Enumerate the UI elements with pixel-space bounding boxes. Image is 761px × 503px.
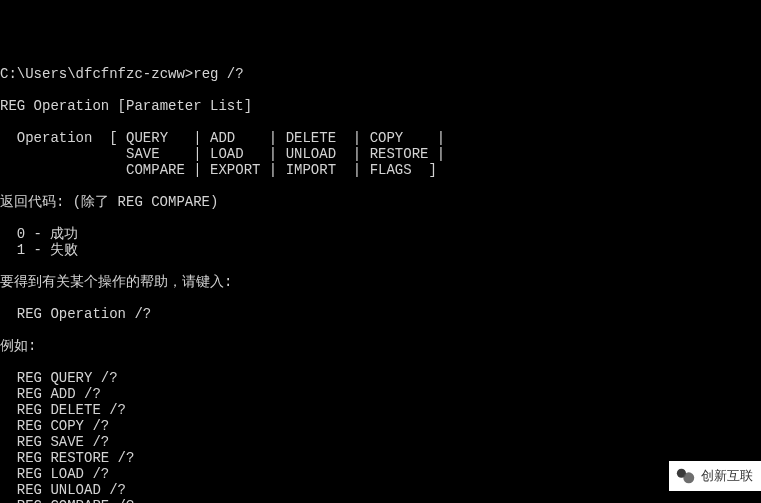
example-copy: REG COPY /? (0, 418, 109, 434)
example-load: REG LOAD /? (0, 466, 109, 482)
command-input: reg /? (193, 66, 243, 82)
op-row-3: COMPARE | EXPORT | IMPORT | FLAGS ] (0, 162, 437, 178)
example-delete: REG DELETE /? (0, 402, 126, 418)
terminal-window[interactable]: C:\Users\dfcfnfzc-zcww>reg /? REG Operat… (0, 64, 761, 503)
example-compare: REG COMPARE /? (0, 498, 134, 503)
example-save: REG SAVE /? (0, 434, 109, 450)
op-row-2: SAVE | LOAD | UNLOAD | RESTORE | (0, 146, 445, 162)
watermark-logo-icon (675, 465, 697, 487)
example-unload: REG UNLOAD /? (0, 482, 126, 498)
help-header: REG Operation [Parameter List] (0, 98, 252, 114)
return-code-header: 返回代码: (除了 REG COMPARE) (0, 194, 218, 210)
example-restore: REG RESTORE /? (0, 450, 134, 466)
example-add: REG ADD /? (0, 386, 101, 402)
svg-point-1 (683, 472, 694, 483)
rc-success: 0 - 成功 (0, 226, 78, 242)
op-row-1: Operation [ QUERY | ADD | DELETE | COPY … (0, 130, 445, 146)
example-header: 例如: (0, 338, 36, 354)
example-query: REG QUERY /? (0, 370, 118, 386)
help-syntax: REG Operation /? (0, 306, 151, 322)
rc-failure: 1 - 失败 (0, 242, 78, 258)
prompt-path: C:\Users\dfcfnfzc-zcww> (0, 66, 193, 82)
watermark-badge: 创新互联 (669, 461, 761, 491)
watermark-text: 创新互联 (701, 468, 753, 484)
help-prompt: 要得到有关某个操作的帮助，请键入: (0, 274, 232, 290)
